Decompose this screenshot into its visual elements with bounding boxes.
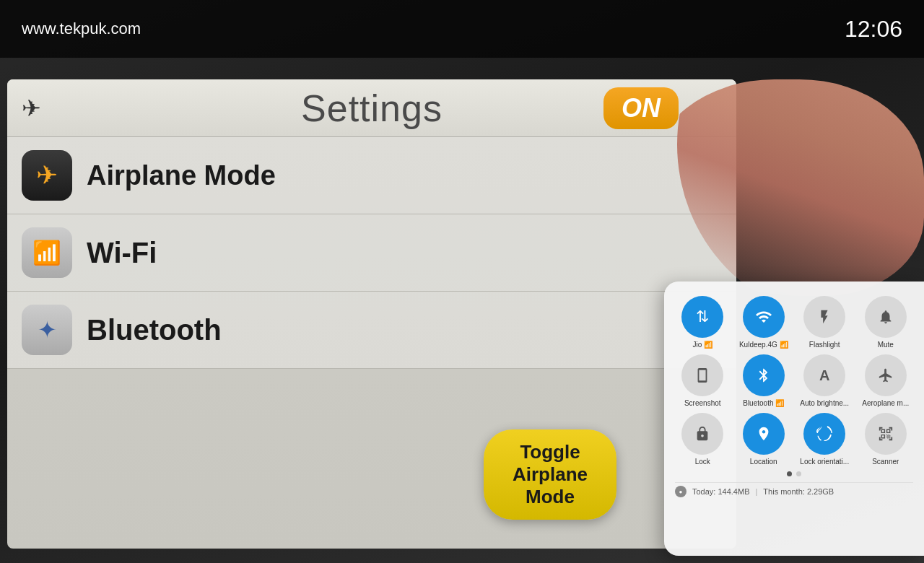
airplane-mode-icon-header: ✈ (22, 95, 41, 122)
scanner-icon (865, 413, 907, 455)
location-icon (743, 413, 785, 455)
screenshot-icon (681, 354, 723, 396)
scanner-label: Scanner (872, 458, 899, 466)
screenshot-label: Screenshot (684, 399, 721, 407)
autobrightness-icon: A (803, 354, 845, 396)
settings-item-bluetooth[interactable]: ✦ Bluetooth (7, 292, 736, 369)
on-toggle-label: ON (622, 93, 661, 123)
quick-item-aeroplane[interactable]: Aeroplane m... (858, 354, 914, 407)
bluetooth-icon: ✦ (22, 305, 72, 355)
quick-item-lockorientation[interactable]: Lock orientati... (797, 413, 853, 466)
panel-dots (675, 471, 913, 476)
dot-1 (787, 471, 792, 476)
flashlight-label: Flashlight (809, 341, 840, 349)
quick-item-bluetooth-panel[interactable]: Bluetooth 📶 (736, 354, 792, 407)
quick-grid-row3: Lock Location Lock orientati... (675, 413, 913, 466)
jio-label: Jio 📶 (692, 341, 712, 349)
time-display: 12:06 (845, 16, 902, 43)
settings-list: ✈ Airplane Mode 📶 Wi-Fi ✦ Bluetooth (7, 137, 736, 369)
airplane-icon: ✈ (22, 150, 72, 201)
storage-divider: | (756, 487, 758, 496)
lockorientation-label: Lock orientati... (800, 458, 849, 466)
quick-item-flashlight[interactable]: Flashlight (797, 296, 853, 349)
lock-label: Lock (695, 458, 710, 466)
airplane-mode-label: Airplane Mode (87, 160, 276, 191)
jio-icon: ⇅ (681, 296, 723, 338)
bluetooth-label: Bluetooth (87, 314, 222, 346)
quick-item-kuldeep[interactable]: Kuldeep.4G 📶 (736, 296, 792, 349)
wifi-icon: 📶 (22, 227, 72, 278)
quick-item-mute[interactable]: Mute (858, 296, 914, 349)
quick-item-screenshot[interactable]: Screenshot (675, 354, 731, 407)
lockorientation-icon (803, 413, 845, 455)
settings-item-airplane[interactable]: ✈ Airplane Mode (7, 137, 736, 214)
quick-item-lock[interactable]: Lock (675, 413, 731, 466)
quick-grid-row1: ⇅ Jio 📶 Kuldeep.4G 📶 Flashlight (675, 296, 913, 349)
location-label: Location (750, 458, 777, 466)
bluetooth-panel-label: Bluetooth 📶 (743, 399, 784, 407)
aeroplane-panel-label: Aeroplane m... (862, 399, 909, 407)
settings-screen: ✈ Settings ON ✈ Airplane Mode 📶 Wi-Fi ✦ … (7, 79, 736, 549)
dot-2 (796, 471, 801, 476)
quick-item-autobrightness[interactable]: A Auto brightne... (797, 354, 853, 407)
storage-bar: ● Today: 144.4MB | This month: 2.29GB (675, 482, 913, 497)
toggle-airplane-button[interactable]: Toggle Airplane Mode (484, 429, 616, 520)
storage-today: Today: 144.4MB (692, 487, 750, 496)
mute-icon (865, 296, 907, 338)
storage-month: This month: 2.29GB (763, 487, 834, 496)
quick-settings-panel: ⇅ Jio 📶 Kuldeep.4G 📶 Flashlight (664, 282, 924, 556)
kuldeep-icon (743, 296, 785, 338)
lock-panel-icon (681, 413, 723, 455)
quick-item-jio[interactable]: ⇅ Jio 📶 (675, 296, 731, 349)
quick-item-scanner[interactable]: Scanner (858, 413, 914, 466)
flashlight-icon (803, 296, 845, 338)
on-toggle[interactable]: ON (603, 87, 679, 129)
settings-title: Settings (301, 87, 443, 130)
aeroplane-panel-icon (865, 354, 907, 396)
toggle-airplane-label: Toggle Airplane Mode (513, 441, 588, 507)
mute-label: Mute (878, 341, 894, 349)
settings-header: ✈ Settings ON (7, 79, 736, 137)
storage-icon: ● (675, 486, 687, 497)
bluetooth-panel-icon (743, 354, 785, 396)
autobrightness-label: Auto brightne... (800, 399, 849, 407)
wifi-label: Wi-Fi (87, 237, 157, 269)
website-url: www.tekpuk.com (22, 19, 141, 38)
top-bar: www.tekpuk.com 12:06 (0, 0, 924, 58)
kuldeep-label: Kuldeep.4G 📶 (739, 341, 788, 349)
quick-grid-row2: Screenshot Bluetooth 📶 A Auto brightne..… (675, 354, 913, 407)
quick-item-location[interactable]: Location (736, 413, 792, 466)
settings-item-wifi[interactable]: 📶 Wi-Fi (7, 214, 736, 292)
